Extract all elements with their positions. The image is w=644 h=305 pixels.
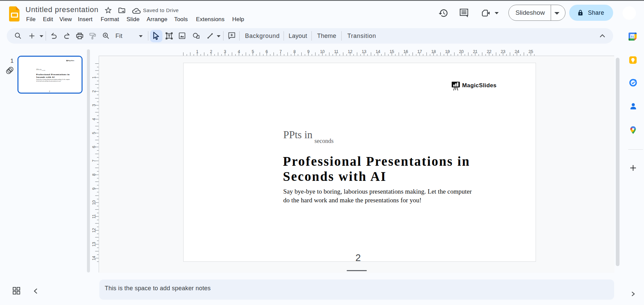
svg-text:14: 14: [92, 256, 96, 260]
svg-text:23: 23: [501, 49, 505, 54]
svg-text:8: 8: [92, 173, 96, 176]
svg-text:19: 19: [445, 49, 450, 54]
svg-text:4: 4: [92, 118, 96, 120]
svg-text:5: 5: [252, 49, 254, 54]
svg-text:12: 12: [92, 228, 96, 233]
svg-text:2: 2: [92, 90, 96, 93]
svg-text:11: 11: [92, 214, 96, 219]
svg-text:10: 10: [320, 49, 325, 54]
svg-text:16: 16: [403, 49, 408, 54]
svg-text:11: 11: [334, 49, 338, 54]
svg-text:24: 24: [514, 49, 519, 54]
svg-text:9: 9: [307, 49, 310, 54]
svg-text:6: 6: [265, 49, 268, 54]
svg-text:4: 4: [238, 49, 240, 54]
svg-text:7: 7: [92, 160, 96, 162]
svg-text:9: 9: [92, 188, 96, 190]
svg-text:22: 22: [487, 49, 492, 54]
svg-text:12: 12: [348, 49, 352, 54]
svg-text:14: 14: [376, 49, 380, 54]
svg-text:10: 10: [92, 200, 96, 205]
svg-text:15: 15: [390, 49, 394, 54]
svg-text:8: 8: [293, 49, 296, 54]
svg-text:1: 1: [92, 76, 96, 79]
svg-text:1: 1: [196, 49, 198, 54]
svg-text:5: 5: [92, 132, 96, 134]
svg-text:25: 25: [529, 49, 533, 54]
svg-text:6: 6: [92, 146, 96, 148]
svg-text:2: 2: [210, 49, 212, 54]
svg-text:18: 18: [431, 49, 436, 54]
svg-text:21: 21: [473, 49, 478, 54]
svg-text:31: 31: [631, 35, 634, 38]
svg-text:17: 17: [417, 49, 422, 54]
svg-text:20: 20: [459, 49, 464, 54]
svg-text:13: 13: [362, 49, 366, 54]
svg-text:3: 3: [92, 104, 96, 106]
svg-text:13: 13: [92, 242, 96, 247]
svg-text:3: 3: [224, 49, 226, 54]
svg-text:7: 7: [280, 49, 282, 54]
